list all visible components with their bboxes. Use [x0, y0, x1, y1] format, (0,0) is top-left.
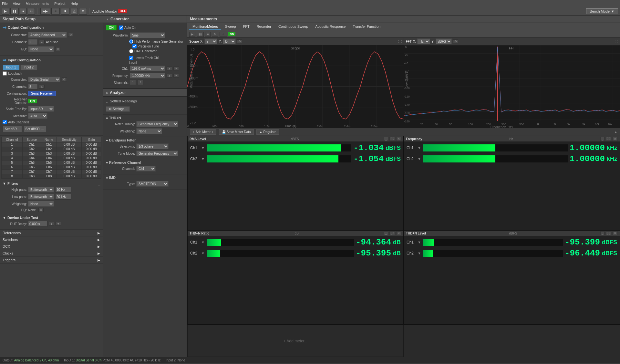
lowpass-type-select[interactable]: Butterworth [28, 194, 54, 200]
toolbar-btn-6[interactable]: ◾ [51, 8, 60, 15]
scope-expand-icon[interactable]: ⛶ [398, 40, 402, 43]
freq-close-icon[interactable]: ✕ [613, 137, 618, 141]
channel-2-btn[interactable]: 2 [137, 80, 143, 85]
regulate-btn[interactable]: ▲ Regulate [256, 129, 279, 135]
thdn-ratio-close-icon[interactable]: ✕ [396, 231, 401, 235]
fft-x-select[interactable]: Hz [417, 38, 430, 44]
imd-type-select[interactable]: SMPTE/DIN [136, 181, 169, 187]
measure-select[interactable]: Auto [28, 113, 47, 119]
fft-expand-icon[interactable]: ⛶ [615, 40, 618, 43]
toolbar-btn-1[interactable]: ▶ [2, 8, 9, 15]
menu-measurements[interactable]: Measurements [26, 2, 49, 5]
bench-mode-button[interactable]: Bench Mode ▼ [586, 8, 618, 14]
dut-delay-down[interactable]: ▼ [56, 222, 61, 226]
ch1-level-up[interactable]: ▲ [167, 67, 172, 70]
set-dbspl-btn[interactable]: Set dBSPL... [23, 126, 46, 132]
toolbar-btn-5[interactable]: ▶▶ [40, 8, 50, 15]
tab-monitors-meters[interactable]: Monitors/Meters [189, 24, 221, 30]
selectivity-select[interactable]: 1/3 octave [136, 143, 169, 149]
output-eq-config-btn[interactable]: ⚙ [55, 47, 60, 51]
highpass-type-select[interactable]: Butterworth [28, 187, 54, 192]
tb-icon3[interactable]: ■ [205, 32, 211, 37]
loopback-checkbox[interactable] [3, 71, 7, 76]
tab-transfer-function[interactable]: Transfer Function [349, 24, 384, 30]
notch-tuning-select[interactable]: Generator Frequency [136, 121, 178, 127]
nav-references[interactable]: References ▶ [0, 230, 103, 236]
freq-expand-icon[interactable]: ⛶ [606, 137, 611, 141]
nav-triggers[interactable]: Triggers ▶ [0, 257, 103, 264]
toolbar-btn-8[interactable]: △ [71, 8, 78, 15]
scope-x-select[interactable]: s [204, 38, 217, 44]
toolbar-btn-4[interactable]: ↻ [28, 8, 35, 15]
ch1-level-down[interactable]: ▼ [173, 67, 179, 70]
toolbar-btn-7[interactable]: ◽ [61, 8, 69, 15]
set-dbr-btn[interactable]: Set dBR... [3, 126, 22, 132]
freq-down[interactable]: ▼ [173, 74, 179, 78]
tb-icon1[interactable]: ▶ [189, 32, 195, 37]
fft-y-select[interactable]: dBFS [436, 38, 452, 44]
thdn-ratio-ch2-dropdown[interactable]: ▼ [201, 251, 205, 255]
save-meter-data-btn[interactable]: 💾 Save Meter Data [219, 129, 254, 135]
nav-clocks[interactable]: Clocks ▶ [0, 250, 103, 257]
channels-up[interactable]: ▲ [39, 40, 45, 44]
freq-collapse-icon[interactable]: ⎯ [600, 137, 604, 141]
output-eq-select[interactable]: None [28, 46, 54, 52]
connector-select[interactable]: Analog Balanced [28, 32, 67, 38]
thdn-ratio-expand-icon[interactable]: ⛶ [389, 231, 395, 235]
thdn-ratio-collapse-icon[interactable]: ⎯ [384, 231, 388, 235]
fft-config-btn[interactable]: ⚙ [453, 39, 458, 43]
input2-tab[interactable]: Input 2 [20, 65, 37, 70]
menu-project[interactable]: Project [54, 2, 65, 5]
freq-ch1-dropdown[interactable]: ▼ [418, 146, 421, 150]
levels-track-checkbox[interactable] [129, 56, 133, 60]
scope-y-select[interactable]: D [223, 38, 236, 44]
connector-config-btn[interactable]: ⚙ [68, 33, 73, 37]
dut-delay-input[interactable] [28, 221, 47, 227]
tb-icon2[interactable]: ▮▮ [197, 32, 204, 37]
nav-switchers[interactable]: Switchers ▶ [0, 236, 103, 243]
tab-sweep[interactable]: Sweep [222, 24, 239, 30]
frequency-select[interactable]: 1.00000 kHz [130, 73, 165, 78]
dac-generator-radio[interactable] [129, 49, 133, 53]
hp-sine-radio[interactable] [129, 39, 133, 44]
scale-freq-select[interactable]: Input SR [28, 106, 54, 112]
nav-dcx[interactable]: DCX ▶ [0, 243, 103, 250]
rms-expand-icon[interactable]: ⛶ [389, 137, 395, 141]
add-meter-box[interactable]: + Add meter... [187, 325, 404, 357]
audible-monitor-toggle[interactable]: OFF [118, 9, 127, 13]
rms-ch1-dropdown[interactable]: ▼ [201, 146, 205, 150]
auto-channels-checkbox[interactable] [3, 120, 7, 124]
rms-close-icon[interactable]: ✕ [396, 137, 401, 141]
thdn-level-ch1-dropdown[interactable]: ▼ [418, 240, 421, 244]
rms-ch2-dropdown[interactable]: ▼ [201, 157, 205, 161]
toolbar-btn-9[interactable]: ▼ [79, 8, 87, 15]
input-connector-select[interactable]: Digital Serial [28, 77, 60, 82]
auto-on-checkbox[interactable] [119, 26, 123, 30]
menu-help[interactable]: Help [70, 2, 78, 5]
tb-icon5[interactable]: ◾ [220, 32, 227, 37]
tab-continuous-sweep[interactable]: Continuous Sweep [275, 24, 311, 30]
scope-config-btn[interactable]: ⚙ [237, 39, 242, 43]
toolbar-btn-2[interactable]: ▮▮ [10, 8, 19, 15]
input1-tab[interactable]: Input 1 [3, 65, 20, 70]
lowpass-freq-input[interactable] [55, 194, 71, 200]
input-channels-input[interactable] [28, 84, 38, 89]
freq-ch2-dropdown[interactable]: ▼ [418, 157, 421, 161]
freq-up[interactable]: ▲ [167, 74, 172, 78]
ch1-level-select[interactable]: 199.0 mVrms [130, 66, 165, 71]
settings-button[interactable]: ⚙ Settings... [106, 106, 130, 112]
thdn-ratio-ch1-dropdown[interactable]: ▼ [201, 240, 205, 244]
thdn-level-collapse-icon[interactable]: ⎯ [600, 231, 604, 235]
highpass-freq-input[interactable] [55, 187, 71, 192]
toolbar-btn-3[interactable]: ■ [20, 8, 26, 15]
menu-view[interactable]: View [13, 2, 21, 5]
tab-fft[interactable]: FFT [240, 24, 253, 30]
channels-input[interactable] [28, 39, 38, 45]
tb-icon4[interactable]: ↻ [212, 32, 218, 37]
filter-eq-config-btn[interactable]: ⚙ [38, 208, 44, 212]
input-connector-config-btn[interactable]: ⚙ [62, 78, 67, 81]
channel-1-btn[interactable]: 1 [130, 80, 136, 85]
tune-mode-select[interactable]: Generator Frequency [136, 151, 178, 156]
thdn-level-expand-icon[interactable]: ⛶ [606, 231, 611, 235]
tab-recorder[interactable]: Recorder [253, 24, 274, 30]
